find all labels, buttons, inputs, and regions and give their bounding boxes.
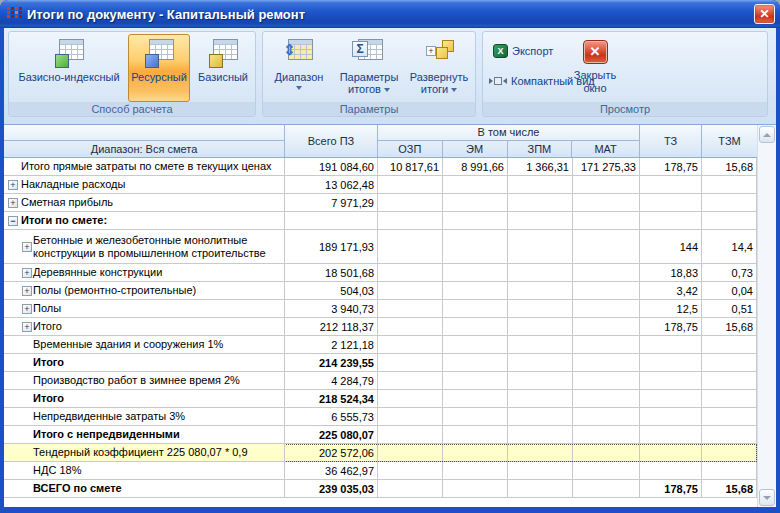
cell-tz: 178,75: [640, 158, 702, 176]
cell-em: [443, 264, 508, 282]
expand-icon[interactable]: +: [22, 268, 32, 278]
expand-icon[interactable]: −: [8, 216, 18, 226]
header-zpm: ЗПМ: [508, 141, 573, 157]
cell-ozp: [378, 318, 443, 336]
cell-tzm: [702, 408, 757, 426]
expand-icon[interactable]: +: [8, 180, 18, 190]
cell-ozp: [378, 264, 443, 282]
table-row[interactable]: ВСЕГО по смете 239 035,03 178,75 15,68: [4, 480, 757, 498]
table-row[interactable]: + Деревянные конструкции 18 501,68 18,83…: [4, 264, 757, 282]
header-tz: ТЗ: [640, 125, 702, 157]
cell-zpm: [508, 176, 573, 194]
vertical-scrollbar[interactable]: [757, 125, 776, 507]
group-caption: Просмотр: [483, 102, 767, 116]
table-row[interactable]: Итого с непредвиденными 225 080,07: [4, 426, 757, 444]
table-row[interactable]: + Итого 212 118,37 178,75 15,68: [4, 318, 757, 336]
table-row[interactable]: + Накладные расходы 13 062,48: [4, 176, 757, 194]
spreadsheet-blue-icon: [142, 39, 176, 67]
cell-mat: [573, 426, 640, 444]
spreadsheet-green-icon: [52, 39, 86, 67]
cell-tz: [640, 426, 702, 444]
row-label: Итоги по смете:: [21, 214, 107, 227]
cell-mat: [573, 372, 640, 390]
group-parameters: ⇕ Диапазон Σ Параметры итогов + Развер: [262, 31, 476, 117]
table-row[interactable]: + Сметная прибыль 7 971,29: [4, 194, 757, 212]
resource-button[interactable]: Ресурсный: [128, 34, 190, 102]
cell-tz: [640, 336, 702, 354]
basis-index-button[interactable]: Базисно-индексный: [14, 34, 124, 102]
cell-em: [443, 230, 508, 264]
export-button[interactable]: X Экспорт: [489, 40, 557, 62]
table-row[interactable]: Итого 214 239,55: [4, 354, 757, 372]
table-row[interactable]: Непредвиденные затраты 3% 6 555,73: [4, 408, 757, 426]
cell-em: [443, 480, 508, 498]
table-row[interactable]: НДС 18% 36 462,97: [4, 462, 757, 480]
cell-em: [443, 444, 508, 462]
cell-tzm: [702, 212, 757, 230]
expand-icon[interactable]: +: [22, 286, 32, 296]
cell-total: 239 035,03: [285, 480, 378, 498]
close-icon[interactable]: ✕: [754, 4, 775, 24]
chevron-down-icon: [384, 88, 390, 92]
header-tzm: ТЗМ: [702, 125, 757, 157]
totals-parameters-button[interactable]: Σ Параметры итогов: [333, 34, 405, 102]
scroll-up-icon[interactable]: [759, 126, 775, 143]
table-row[interactable]: Итого 218 524,34: [4, 390, 757, 408]
cell-total: 3 940,73: [285, 300, 378, 318]
cell-total: 214 239,55: [285, 354, 378, 372]
cell-total: 36 462,97: [285, 462, 378, 480]
cell-total: 504,03: [285, 282, 378, 300]
cell-em: [443, 336, 508, 354]
cell-mat: [573, 230, 640, 264]
scroll-down-icon[interactable]: [759, 489, 775, 506]
row-label: Непредвиденные затраты 3%: [33, 410, 185, 423]
cell-em: 8 991,66: [443, 158, 508, 176]
close-window-button[interactable]: ✕ Закрыть окно: [563, 34, 627, 104]
ribbon: Базисно-индексный Ресурсный Базисный Спо…: [4, 28, 776, 125]
cell-mat: [573, 318, 640, 336]
cell-tzm: [702, 372, 757, 390]
table-row[interactable]: − Итоги по смете:: [4, 212, 757, 230]
cell-mat: [573, 354, 640, 372]
expand-icon[interactable]: +: [22, 242, 32, 252]
table-row[interactable]: Тендерный коэффициент 225 080,07 * 0,9 2…: [4, 444, 757, 462]
cell-tz: 178,75: [640, 480, 702, 498]
totals-window: Итоги по документу - Капитальный ремонт …: [0, 0, 780, 513]
cell-tzm: 14,4: [702, 230, 757, 264]
cell-ozp: [378, 194, 443, 212]
expand-totals-button[interactable]: + Развернуть итоги: [407, 34, 471, 102]
row-label: ВСЕГО по смете: [33, 482, 122, 495]
table-row[interactable]: + Бетонные и железобетонные монолитные к…: [4, 230, 757, 264]
compact-view-icon: [489, 77, 507, 85]
table-row[interactable]: + Полы 3 940,73 12,5 0,51: [4, 300, 757, 318]
cell-total: [285, 212, 378, 230]
cell-zpm: [508, 408, 573, 426]
cell-tzm: 0,51: [702, 300, 757, 318]
cell-total: 6 555,73: [285, 408, 378, 426]
expand-icon[interactable]: +: [8, 198, 18, 208]
cell-em: [443, 372, 508, 390]
header-range-cell: Диапазон: Вся смета: [4, 125, 285, 157]
cell-mat: 171 275,33: [573, 158, 640, 176]
table-filler: [4, 498, 757, 507]
title-bar[interactable]: Итоги по документу - Капитальный ремонт …: [0, 0, 780, 28]
expand-icon[interactable]: +: [22, 322, 32, 332]
cell-ozp: [378, 230, 443, 264]
table-row[interactable]: Производство работ в зимнее время 2% 4 2…: [4, 372, 757, 390]
basis-button[interactable]: Базисный: [194, 34, 252, 102]
cell-tzm: [702, 426, 757, 444]
window-body: Базисно-индексный Ресурсный Базисный Спо…: [4, 28, 776, 507]
row-label: Накладные расходы: [21, 178, 125, 191]
cell-tz: [640, 194, 702, 212]
cell-ozp: [378, 426, 443, 444]
cell-ozp: [378, 300, 443, 318]
expand-icon[interactable]: +: [22, 304, 32, 314]
range-button[interactable]: ⇕ Диапазон: [269, 34, 329, 102]
cell-tz: 144: [640, 230, 702, 264]
table-row[interactable]: Временные здания и сооружения 1% 2 121,1…: [4, 336, 757, 354]
table-row[interactable]: Итого прямые затраты по смете в текущих …: [4, 158, 757, 176]
cell-em: [443, 462, 508, 480]
cell-tz: [640, 462, 702, 480]
table-row[interactable]: + Полы (ремонтно-строительные) 504,03 3,…: [4, 282, 757, 300]
close-window-icon: ✕: [583, 40, 608, 64]
